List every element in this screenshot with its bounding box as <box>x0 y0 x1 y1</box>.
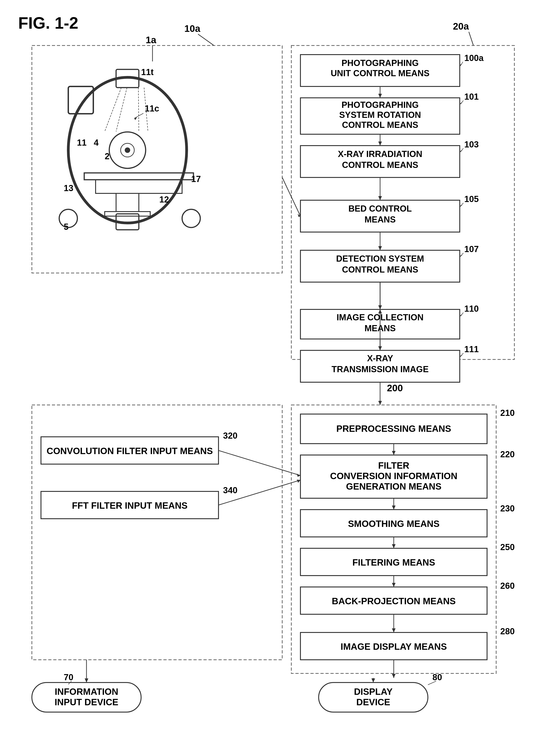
ref-11c-label: 11c <box>145 104 159 113</box>
filter-conv-line2: CONVERSION INFORMATION <box>330 471 457 481</box>
svg-marker-30 <box>392 506 395 510</box>
ref-220: 220 <box>500 449 515 459</box>
ref-230: 230 <box>500 504 515 513</box>
svg-marker-36 <box>392 629 395 632</box>
ref-10a: 10a <box>184 23 201 34</box>
ref-107: 107 <box>464 244 479 254</box>
photo-rotation-line2: SYSTEM ROTATION <box>339 110 421 120</box>
svg-marker-34 <box>392 583 395 587</box>
svg-line-39 <box>219 450 300 475</box>
ref-200: 200 <box>387 383 403 393</box>
fft-label: FFT FILTER INPUT MEANS <box>72 501 188 511</box>
patient-table-body <box>96 180 182 193</box>
photographing-unit-line1: PHOTOGRAPHING <box>341 58 418 68</box>
ref-11-label: 11 <box>77 138 87 147</box>
info-input-line1: INFORMATION <box>55 687 118 697</box>
svg-line-44 <box>428 681 436 685</box>
ref-320: 320 <box>223 431 238 440</box>
page-container: FIG. 1-2 1a 10a 20a 11t <box>0 0 541 756</box>
gantry-center <box>125 147 130 153</box>
ref-80: 80 <box>432 672 442 682</box>
filter-conv-line3: GENERATION MEANS <box>346 481 441 491</box>
table-stand <box>116 193 139 212</box>
ref-110: 110 <box>464 304 479 314</box>
photographing-unit-line2: UNIT CONTROL MEANS <box>331 69 429 78</box>
ref-111: 111 <box>464 345 479 354</box>
ref-13-label: 13 <box>64 183 73 193</box>
xray-beam-2 <box>138 88 139 131</box>
ref-20a: 20a <box>453 21 469 32</box>
xray-beam-1 <box>116 88 127 131</box>
svg-marker-48 <box>85 678 88 682</box>
ref-280: 280 <box>500 627 515 636</box>
ref-17-label: 17 <box>191 174 201 184</box>
ref-101: 101 <box>464 92 479 102</box>
preprocessing-label: PREPROCESSING MEANS <box>336 424 451 434</box>
wheel-right <box>182 209 200 227</box>
xray-irrad-line2: CONTROL MEANS <box>342 160 418 170</box>
display-device-line2: DEVICE <box>356 697 390 707</box>
svg-line-1 <box>198 34 214 46</box>
convolution-label: CONVOLUTION FILTER INPUT MEANS <box>47 446 213 456</box>
xray-trans-line2: TRANSMISSION IMAGE <box>331 365 428 374</box>
xray-beam-3 <box>105 88 121 131</box>
svg-marker-24 <box>378 346 382 350</box>
patient-table-top <box>84 173 194 180</box>
svg-marker-46 <box>371 678 375 682</box>
filter-conv-line1: FILTER <box>378 460 409 470</box>
ref-260: 260 <box>500 581 515 591</box>
svg-line-2 <box>469 32 473 46</box>
svg-marker-26 <box>378 401 382 405</box>
ref-340: 340 <box>223 485 238 495</box>
svg-marker-38 <box>392 674 395 678</box>
ref-4-label: 4 <box>94 138 99 147</box>
ref-100a: 100a <box>464 53 484 63</box>
svg-marker-58 <box>378 196 382 200</box>
bed-control-line2: MEANS <box>364 215 395 224</box>
ref-12-label: 12 <box>159 195 169 204</box>
xray-irrad-line1: X-RAY IRRADIATION <box>338 149 422 159</box>
ref-70: 70 <box>64 672 73 682</box>
back-projection-label: BACK-PROJECTION MEANS <box>332 596 456 606</box>
ref-250: 250 <box>500 542 515 552</box>
ref-1a: 1a <box>146 35 156 45</box>
svg-marker-56 <box>378 94 382 98</box>
ref-103: 103 <box>464 140 479 149</box>
ref-11t-label: 11t <box>141 67 154 77</box>
ref-105: 105 <box>464 194 479 204</box>
detection-line2: CONTROL MEANS <box>342 265 418 274</box>
photo-rotation-line3: CONTROL MEANS <box>342 120 418 130</box>
ref-210: 210 <box>500 408 515 418</box>
filtering-label: FILTERING MEANS <box>352 557 435 567</box>
svg-marker-59 <box>378 246 382 250</box>
image-display-label: IMAGE DISPLAY MEANS <box>341 641 447 651</box>
bed-control-line1: BED CONTROL <box>348 204 412 213</box>
svg-marker-32 <box>392 544 395 548</box>
ref-2-label: 2 <box>105 151 110 161</box>
display-device-line1: DISPLAY <box>354 687 393 697</box>
smoothing-label: SMOOTHING MEANS <box>348 519 439 529</box>
detection-line1: DETECTION SYSTEM <box>336 254 424 263</box>
svg-marker-57 <box>378 141 382 145</box>
svg-marker-40 <box>297 474 300 477</box>
main-diagram: 1a 10a 20a 11t <box>18 0 528 728</box>
gantry-top-left <box>68 87 93 114</box>
svg-marker-28 <box>392 451 395 455</box>
info-input-line2: INPUT DEVICE <box>55 697 118 707</box>
xray-trans-line1: X-RAY <box>367 354 393 363</box>
photo-rotation-line1: PHOTOGRAPHING <box>341 100 418 110</box>
